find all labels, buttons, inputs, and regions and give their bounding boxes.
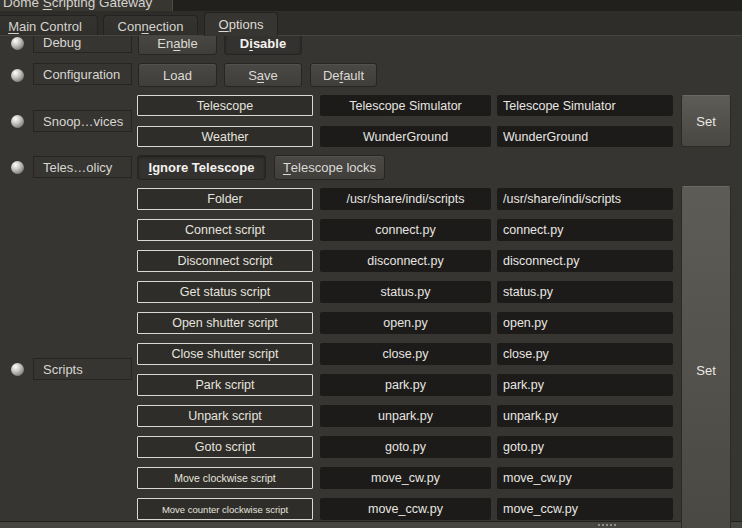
weather-input[interactable] [497,126,673,147]
telescope-property-label: Telescope [137,95,313,116]
unpark-script-property-label: Unpark script [137,405,313,427]
open-shutter-script-property-label: Open shutter script [137,312,313,334]
group-label-scripts: Scripts [33,358,132,380]
scripts-set-button[interactable]: Set [681,186,731,528]
splitter-band [0,521,742,528]
park-script-input[interactable] [497,374,673,396]
unpark-script-current-value: unpark.py [320,405,491,427]
close-shutter-script-property-label: Close shutter script [137,343,313,365]
park-script-current-value: park.py [320,374,491,396]
move-clockwise-script-current-value: move_cw.py [320,467,491,489]
group-label-debug: Debug [33,36,132,53]
move-clockwise-script-input[interactable] [497,467,673,489]
goto-script-input[interactable] [497,436,673,458]
disconnect-script-property-label: Disconnect script [137,250,313,272]
group-label-snoop-devices: Snoop…vices [33,110,132,132]
tab-connection[interactable]: Connection [103,15,198,36]
weather-property-label: Weather [137,126,313,147]
snoop-devices-set-button[interactable]: Set [681,95,731,147]
connect-script-input[interactable] [497,219,673,241]
telescope-input[interactable] [497,95,673,116]
indi-control-panel-window: Dome Scripting Gateway Main ControlConne… [0,0,742,528]
splitter-grip-icon[interactable] [598,524,618,526]
open-shutter-script-current-value: open.py [320,312,491,334]
telescope-locks-button[interactable]: Telescope locks [274,155,385,180]
group-label-configuration: Configuration [33,63,132,85]
move-counter-clockwise-script-property-label: Move counter clockwise script [137,498,313,520]
goto-script-property-label: Goto script [137,436,313,458]
options-pane: Debug Configuration Snoop…vices Teles…ol… [0,36,742,528]
disconnect-script-input[interactable] [497,250,673,272]
move-counter-clockwise-script-current-value: move_ccw.py [320,498,491,520]
led-configuration-icon [11,69,24,82]
led-scripts-icon [11,363,24,376]
connect-script-current-value: connect.py [320,219,491,241]
folder-input[interactable] [497,188,673,210]
telescope-current-value: Telescope Simulator [320,95,491,116]
page-tab-bar: Main ControlConnectionOptions [0,11,742,36]
ignore-telescope-button[interactable]: Ignore Telescope [137,155,266,180]
get-status-script-current-value: status.py [320,281,491,303]
goto-script-current-value: goto.py [320,436,491,458]
folder-current-value: /usr/share/indi/scripts [320,188,491,210]
group-label-telescope-policy: Teles…olicy [33,156,132,178]
load-button[interactable]: Load [138,63,217,87]
device-tab-strip: Dome Scripting Gateway [0,0,742,11]
open-shutter-script-input[interactable] [497,312,673,334]
connect-script-property-label: Connect script [137,219,313,241]
led-snoop-devices-icon [11,115,24,128]
default-button[interactable]: Default [310,63,377,87]
device-tab-label: Dome Scripting Gateway [3,0,152,11]
disable-button[interactable]: Disable [224,36,302,55]
weather-current-value: WunderGround [320,126,491,147]
close-shutter-script-input[interactable] [497,343,673,365]
move-clockwise-script-property-label: Move clockwise script [137,467,313,489]
close-shutter-script-current-value: close.py [320,343,491,365]
save-button[interactable]: Save [224,63,302,87]
led-debug-icon [11,37,24,50]
get-status-script-input[interactable] [497,281,673,303]
unpark-script-input[interactable] [497,405,673,427]
tab-main-control[interactable]: Main Control [0,15,98,36]
tab-dome-scripting-gateway[interactable]: Dome Scripting Gateway [0,0,173,11]
disconnect-script-current-value: disconnect.py [320,250,491,272]
park-script-property-label: Park script [137,374,313,396]
move-counter-clockwise-script-input[interactable] [497,498,673,520]
enable-button[interactable]: Enable [138,36,217,55]
tab-options[interactable]: Options [204,12,278,36]
led-telescope-policy-icon [11,161,24,174]
folder-property-label: Folder [137,188,313,210]
get-status-script-property-label: Get status script [137,281,313,303]
